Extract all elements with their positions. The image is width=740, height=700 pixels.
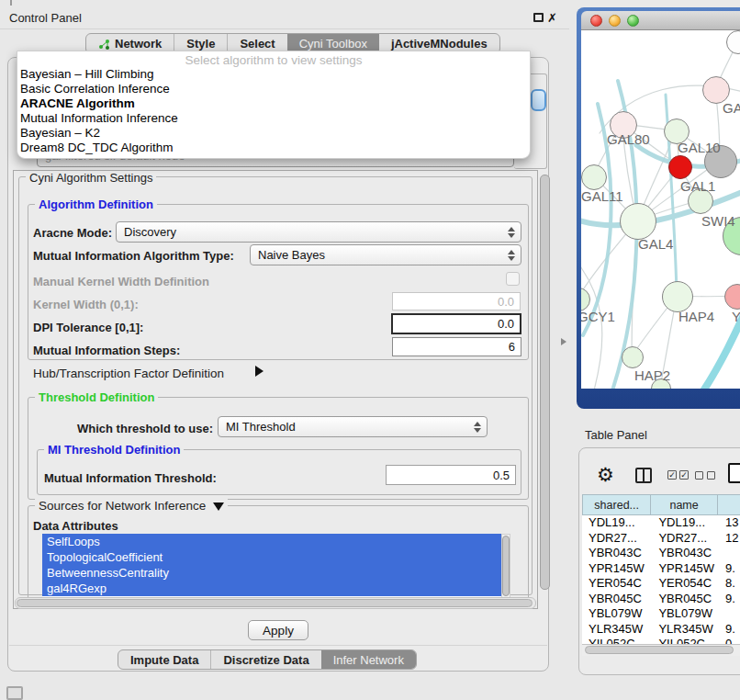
algorithm-option-aracne-algorithm[interactable]: ARACNE Algorithm xyxy=(17,96,530,111)
mi-steps-label: Mutual Information Steps: xyxy=(33,344,180,357)
table-row[interactable]: YBR045CYBR045C9. xyxy=(582,592,740,607)
tab-label: Discretize Data xyxy=(223,650,308,670)
mi-steps-field[interactable] xyxy=(392,337,521,356)
which-threshold-value: MI Threshold xyxy=(226,420,296,434)
mi-threshold-field[interactable] xyxy=(386,465,516,485)
table-row[interactable]: YPR145WYPR145W9. xyxy=(582,561,740,577)
node-label-gal11: GAL11 xyxy=(581,188,623,204)
application-window: Control Panel ✗ NetworkStyleSelectCyni T… xyxy=(0,0,740,700)
apply-button[interactable]: Apply xyxy=(248,620,308,640)
network-view[interactable]: GALGAL80GAL10GAL1GAL11SWI4GAL4GCY1HAP4YH… xyxy=(581,30,740,389)
node-label-gcy1: GCY1 xyxy=(581,309,615,324)
stepper-icon xyxy=(472,417,483,436)
table-cell: YBL079W xyxy=(582,606,650,622)
focused-stepper-button[interactable] xyxy=(531,89,546,111)
node-hap2[interactable] xyxy=(622,346,644,368)
table-cell: 9. xyxy=(717,561,740,577)
aracne-mode-value: Discovery xyxy=(124,225,176,239)
which-threshold-combo[interactable]: MI Threshold xyxy=(218,416,488,437)
gear-icon[interactable]: ⚙ xyxy=(597,465,614,484)
zoom-traffic-light[interactable] xyxy=(627,15,639,27)
select-all-icon[interactable]: ✓ xyxy=(667,470,677,480)
table-row[interactable]: YLR345WYLR345W9. xyxy=(582,622,740,638)
table-cell: YBR045C xyxy=(582,592,650,607)
function-doc-icon[interactable] xyxy=(728,463,740,483)
attributes-scrollbar[interactable] xyxy=(502,536,510,596)
kernel-width-field[interactable] xyxy=(392,292,521,310)
table-cell: YBR043C xyxy=(650,546,717,561)
node-label-hap4: HAP4 xyxy=(678,309,714,324)
table-row[interactable]: YIL052CYIL052C0. xyxy=(582,637,740,644)
node-gal11[interactable] xyxy=(581,164,607,190)
minimize-traffic-light[interactable] xyxy=(609,15,621,27)
table-cell: YPR145W xyxy=(650,561,717,577)
node-hap4[interactable] xyxy=(662,281,693,312)
float-icon[interactable] xyxy=(533,13,544,22)
kernel-width-label: Kernel Width (0,1): xyxy=(33,298,139,311)
table-row[interactable]: YDR27...YDR27...12 xyxy=(582,531,740,547)
attribute-item-gal4rgexp[interactable]: gal4RGexp xyxy=(42,581,501,596)
split-columns-icon[interactable] xyxy=(635,468,652,483)
table-cell: YDR27... xyxy=(650,531,717,547)
attribute-item-topologicalcoefficient[interactable]: TopologicalCoefficient xyxy=(42,549,501,565)
column-header-shared[interactable]: shared... xyxy=(582,494,650,515)
deselect-all-icon[interactable] xyxy=(695,471,703,480)
sources-group-title: Sources for Network Inference xyxy=(35,499,228,513)
table-cell: 0. xyxy=(717,637,740,644)
table-row[interactable]: YER054CYER054C8. xyxy=(582,576,740,592)
node-label-gal4: GAL4 xyxy=(638,236,673,252)
column-header-name[interactable]: name xyxy=(650,494,717,515)
mi-type-combo[interactable]: Naive Bayes xyxy=(250,244,521,265)
table-row[interactable]: YBL079WYBL079W xyxy=(582,606,740,622)
attribute-item-betweennesscentrality[interactable]: BetweennessCentrality xyxy=(42,565,501,581)
collapse-arrow-icon[interactable] xyxy=(213,502,224,511)
table-row[interactable]: YDL19...YDL19...13 xyxy=(582,515,740,531)
table-cell: 9. xyxy=(717,622,740,638)
algorithm-dropdown-popup: Select algorithm to view settings Bayesi… xyxy=(17,51,531,159)
settings-vertical-scrollbar[interactable] xyxy=(540,175,550,590)
algorithm-option-bayesian-hill-climbing[interactable]: Bayesian – Hill Climbing xyxy=(17,67,530,82)
table-cell: YIL052C xyxy=(582,637,650,644)
hub-definition-label: Hub/Transcription Factor Definition xyxy=(33,367,224,380)
table-panel-title: Table Panel xyxy=(585,428,647,442)
tab-impute-data[interactable]: Impute Data xyxy=(118,650,210,669)
tab-infer-network[interactable]: Infer Network xyxy=(321,650,416,669)
algorithm-option-dream8-dc-tdc-algorithm[interactable]: Dream8 DC_TDC Algorithm xyxy=(17,141,530,155)
table-hscroll-thumb[interactable] xyxy=(585,646,734,654)
algorithm-option-bayesian-k2[interactable]: Bayesian – K2 xyxy=(17,126,530,141)
table-cell: YBR043C xyxy=(582,546,650,561)
close-traffic-light[interactable] xyxy=(590,15,602,27)
dpi-tolerance-field[interactable] xyxy=(391,313,521,334)
node-label-y: Y xyxy=(732,309,740,324)
node-label-gal80: GAL80 xyxy=(607,131,650,147)
close-icon[interactable]: ✗ xyxy=(547,12,557,24)
node-label-gal10: GAL10 xyxy=(678,140,721,155)
data-attributes-list[interactable]: SelfLoopsTopologicalCoefficientBetweenne… xyxy=(42,534,501,600)
settings-hscroll-thumb[interactable] xyxy=(17,599,533,607)
node-red[interactable] xyxy=(668,155,692,179)
algorithm-option-basic-correlation-inference[interactable]: Basic Correlation Inference xyxy=(17,82,530,96)
network-window-titlebar[interactable] xyxy=(581,11,740,30)
which-threshold-label: Which threshold to use: xyxy=(77,422,213,435)
manual-kernel-checkbox[interactable] xyxy=(506,272,520,286)
splitter-arrow-icon[interactable] xyxy=(561,338,566,345)
table-cell: YDL19... xyxy=(582,515,650,531)
aracne-mode-combo[interactable]: Discovery xyxy=(116,221,521,243)
sources-title-text: Sources for Network Inference xyxy=(39,499,206,513)
tab-label: Infer Network xyxy=(333,650,404,670)
select-all-icon[interactable]: ✓ xyxy=(679,470,689,480)
node-label-swi4: SWI4 xyxy=(701,213,735,229)
minimized-panel-icon[interactable] xyxy=(6,686,23,700)
node-gal4[interactable] xyxy=(620,203,656,240)
table-body[interactable]: YDL19...YDL19...13YDR27...YDR27...12YBR0… xyxy=(582,515,740,644)
mi-threshold-label: Mutual Information Threshold: xyxy=(44,471,217,485)
algorithm-option-mutual-information-inference[interactable]: Mutual Information Inference xyxy=(17,111,530,126)
expand-arrow-icon[interactable] xyxy=(255,366,263,377)
column-header-2[interactable] xyxy=(717,494,740,515)
mi-type-value: Naive Bayes xyxy=(258,248,325,262)
tab-discretize-data[interactable]: Discretize Data xyxy=(210,650,320,669)
table-row[interactable]: YBR043CYBR043C xyxy=(582,546,740,561)
deselect-all-icon[interactable] xyxy=(707,471,715,480)
panel-title: Control Panel xyxy=(9,11,82,25)
attribute-item-selfloops[interactable]: SelfLoops xyxy=(42,534,501,549)
